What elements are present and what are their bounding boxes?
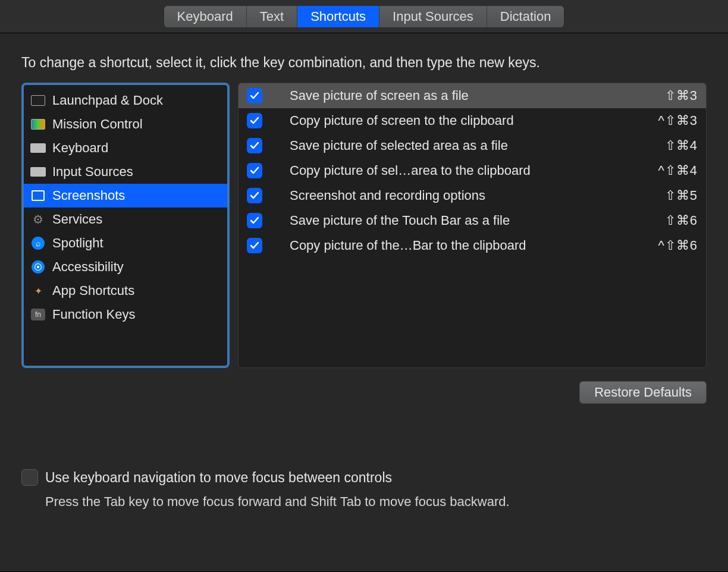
sidebar-item-label: Screenshots <box>52 188 125 203</box>
shortcut-row[interactable]: Save picture of selected area as a file … <box>239 133 706 158</box>
shortcut-row[interactable]: Screenshot and recording options ⇧⌘5 <box>239 183 706 208</box>
shortcut-label: Copy picture of sel…area to the clipboar… <box>290 163 647 178</box>
shortcut-row[interactable]: Copy picture of screen to the clipboard … <box>239 108 706 133</box>
mission-control-icon <box>30 118 46 131</box>
fn-icon: fn <box>30 308 46 321</box>
launchpad-icon <box>30 94 46 107</box>
shortcut-keys[interactable]: ⇧⌘4 <box>665 138 698 153</box>
shortcut-keys[interactable]: ^⇧⌘4 <box>658 163 698 178</box>
keyboard-nav-label: Use keyboard navigation to move focus be… <box>45 470 392 486</box>
sidebar-item-label: Spotlight <box>52 235 103 251</box>
sidebar-item-label: Keyboard <box>52 140 108 156</box>
shortcut-label: Copy picture of screen to the clipboard <box>290 113 647 128</box>
sidebar-item-label: Mission Control <box>52 117 143 132</box>
shortcut-list[interactable]: Save picture of screen as a file ⇧⌘3 Cop… <box>238 83 707 368</box>
keyboard-icon <box>30 165 46 178</box>
sidebar-item-app-shortcuts[interactable]: ✦ App Shortcuts <box>24 279 227 303</box>
sidebar-item-label: Accessibility <box>52 259 124 275</box>
shortcut-keys[interactable]: ⇧⌘5 <box>665 188 698 203</box>
tab-input-sources[interactable]: Input Sources <box>379 6 487 27</box>
restore-defaults-button[interactable]: Restore Defaults <box>579 381 707 404</box>
shortcut-label: Copy picture of the…Bar to the clipboard <box>290 238 647 253</box>
screenshot-icon <box>30 189 46 202</box>
sidebar-item-label: App Shortcuts <box>52 283 134 298</box>
shortcut-label: Save picture of the Touch Bar as a file <box>290 213 654 228</box>
sidebar-item-spotlight[interactable]: ⌕ Spotlight <box>24 231 227 255</box>
shortcut-keys[interactable]: ⇧⌘6 <box>665 213 698 228</box>
shortcut-label: Save picture of screen as a file <box>290 88 654 103</box>
tabbar: Keyboard Text Shortcuts Input Sources Di… <box>164 6 564 27</box>
sidebar-item-mission-control[interactable]: Mission Control <box>24 112 227 136</box>
sidebar-item-label: Function Keys <box>52 307 135 322</box>
shortcut-row[interactable]: Save picture of the Touch Bar as a file … <box>239 208 706 233</box>
sidebar-item-screenshots[interactable]: Screenshots <box>24 184 227 208</box>
tab-keyboard[interactable]: Keyboard <box>164 6 247 27</box>
shortcut-label: Screenshot and recording options <box>290 188 654 203</box>
sidebar-item-accessibility[interactable]: ⦿ Accessibility <box>24 255 227 279</box>
shortcut-row[interactable]: Save picture of screen as a file ⇧⌘3 <box>239 83 706 108</box>
tabbar-container: Keyboard Text Shortcuts Input Sources Di… <box>0 0 728 33</box>
shortcut-keys[interactable]: ⇧⌘3 <box>665 88 698 103</box>
gear-icon: ⚙ <box>30 213 46 226</box>
checkbox[interactable] <box>247 213 262 228</box>
tab-dictation[interactable]: Dictation <box>487 6 564 27</box>
shortcut-label: Save picture of selected area as a file <box>290 138 654 153</box>
sidebar-item-label: Input Sources <box>52 164 133 180</box>
content-area: To change a shortcut, select it, click t… <box>0 33 728 572</box>
tab-shortcuts[interactable]: Shortcuts <box>297 6 379 27</box>
shortcut-keys[interactable]: ^⇧⌘6 <box>658 238 698 253</box>
instruction-text: To change a shortcut, select it, click t… <box>21 55 707 71</box>
checkbox[interactable] <box>247 138 262 153</box>
footer: Use keyboard navigation to move focus be… <box>21 469 707 510</box>
tab-text[interactable]: Text <box>247 6 297 27</box>
checkbox[interactable] <box>247 163 262 178</box>
keyboard-nav-row: Use keyboard navigation to move focus be… <box>21 469 707 486</box>
sidebar-item-label: Services <box>52 212 102 227</box>
keyboard-nav-subtext: Press the Tab key to move focus forward … <box>45 494 707 510</box>
keyboard-icon <box>30 142 46 155</box>
keyboard-preferences-window: Keyboard Text Shortcuts Input Sources Di… <box>0 0 728 572</box>
shortcut-row[interactable]: Copy picture of sel…area to the clipboar… <box>239 158 706 183</box>
shortcut-keys[interactable]: ^⇧⌘3 <box>658 113 698 128</box>
panels: Launchpad & Dock Mission Control Keyboar… <box>21 83 707 368</box>
shortcut-row[interactable]: Copy picture of the…Bar to the clipboard… <box>239 233 706 258</box>
checkbox[interactable] <box>247 238 262 253</box>
category-sidebar[interactable]: Launchpad & Dock Mission Control Keyboar… <box>21 83 230 368</box>
checkbox[interactable] <box>247 113 262 128</box>
app-shortcuts-icon: ✦ <box>30 284 46 297</box>
sidebar-item-input-sources[interactable]: Input Sources <box>24 160 227 184</box>
checkbox[interactable] <box>247 88 262 103</box>
sidebar-item-function-keys[interactable]: fn Function Keys <box>24 303 227 326</box>
sidebar-item-label: Launchpad & Dock <box>52 93 163 108</box>
keyboard-nav-checkbox[interactable] <box>21 469 38 486</box>
restore-row: Restore Defaults <box>21 381 707 404</box>
sidebar-item-keyboard[interactable]: Keyboard <box>24 136 227 160</box>
sidebar-item-launchpad[interactable]: Launchpad & Dock <box>24 89 227 112</box>
checkbox[interactable] <box>247 188 262 203</box>
sidebar-item-services[interactable]: ⚙ Services <box>24 208 227 231</box>
spotlight-icon: ⌕ <box>30 237 46 250</box>
accessibility-icon: ⦿ <box>30 260 46 274</box>
